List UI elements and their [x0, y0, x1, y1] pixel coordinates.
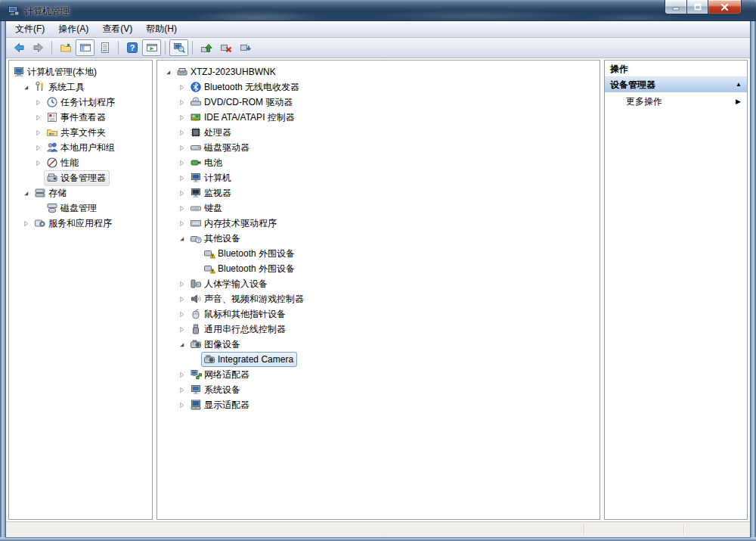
collapsed-arrow-icon[interactable]: [175, 172, 187, 184]
device-tree-item-17[interactable]: 通用串行总线控制器: [157, 322, 600, 337]
export-list-button[interactable]: [56, 39, 75, 56]
device-tree-item-18[interactable]: 图像设备: [157, 337, 600, 352]
collapsed-arrow-icon[interactable]: [175, 293, 187, 305]
show-console-tree-button[interactable]: [76, 39, 94, 56]
collapsed-arrow-icon[interactable]: [175, 202, 187, 214]
device-tree-item-20[interactable]: 网络适配器: [157, 367, 600, 382]
device-tree-item-8[interactable]: 监视器: [157, 185, 600, 201]
close-button[interactable]: [708, 0, 742, 14]
device-tree-item-1[interactable]: Bluetooth 无线电收发器: [157, 79, 600, 95]
device-tree-item-19[interactable]: Integrated Camera: [157, 352, 600, 367]
device-tree-item-10[interactable]: 内存技术驱动程序: [157, 216, 600, 231]
more-actions-item[interactable]: 更多操作 ▶: [605, 93, 747, 110]
tree-item-label: 声音、视频和游戏控制器: [204, 293, 304, 306]
properties-button[interactable]: [95, 39, 114, 56]
collapsed-arrow-icon[interactable]: [20, 217, 32, 229]
device-tree-item-2[interactable]: DVD/CD-ROM 驱动器: [157, 95, 600, 110]
menu-item-2[interactable]: 查看(V): [95, 20, 139, 38]
console-tree-item-0[interactable]: 计算机管理(本地): [9, 64, 152, 79]
collapsed-arrow-icon[interactable]: [175, 96, 187, 108]
device-tree-item-5[interactable]: 磁盘驱动器: [157, 140, 600, 155]
collapsed-arrow-icon[interactable]: [175, 187, 187, 199]
tree-item-label: Integrated Camera: [218, 354, 293, 365]
computer-management-icon: [13, 66, 25, 78]
help-button[interactable]: ?: [122, 39, 141, 56]
scan-computer-button[interactable]: [169, 39, 188, 56]
console-tree-item-2[interactable]: 任务计划程序: [9, 95, 152, 110]
device-tree-item-22[interactable]: 显示适配器: [157, 397, 600, 412]
device-tree-item-15[interactable]: 声音、视频和游戏控制器: [157, 291, 600, 306]
device-tree-item-6[interactable]: 电池: [157, 155, 600, 170]
device-tree-item-13[interactable]: Bluetooth 外围设备: [157, 261, 600, 276]
console-tree-item-5[interactable]: 本地用户和组: [9, 140, 152, 155]
collapsed-arrow-icon[interactable]: [175, 308, 187, 320]
expanded-arrow-icon[interactable]: [20, 81, 32, 93]
forward-button[interactable]: [29, 39, 48, 56]
collapsed-arrow-icon[interactable]: [175, 384, 187, 396]
expanded-arrow-icon[interactable]: [175, 232, 187, 244]
console-tree-item-8[interactable]: 存储: [9, 185, 152, 201]
minimize-button[interactable]: [665, 0, 686, 14]
console-tree-item-3[interactable]: 事件查看器: [9, 110, 152, 125]
console-tree-item-4[interactable]: 共享文件夹: [9, 125, 152, 140]
collapsed-arrow-icon[interactable]: [175, 399, 187, 411]
menu-item-0[interactable]: 文件(F): [8, 20, 51, 38]
window-border-left: [0, 21, 6, 541]
tree-item-box: 事件查看器: [44, 110, 110, 126]
collapsed-arrow-icon[interactable]: [32, 141, 44, 154]
console-tree-item-9[interactable]: 磁盘管理: [9, 201, 152, 216]
device-tree-item-16[interactable]: 鼠标和其他指针设备: [157, 306, 600, 322]
tree-item-label: 其他设备: [204, 232, 240, 245]
expanded-arrow-icon[interactable]: [20, 187, 32, 199]
collapsed-arrow-icon[interactable]: [32, 111, 44, 123]
collapsed-arrow-icon[interactable]: [32, 96, 44, 108]
computer-management-app-icon: [8, 5, 20, 17]
actions-section-device-manager[interactable]: 设备管理器 ▲: [605, 77, 747, 93]
tree-item-label: XTZJ-2023UHBWNK: [191, 67, 276, 77]
collapsed-arrow-icon[interactable]: [175, 81, 187, 93]
storage-icon: [34, 187, 46, 199]
menu-item-3[interactable]: 帮助(H): [139, 20, 184, 38]
menu-item-1[interactable]: 操作(A): [51, 20, 95, 38]
expanded-arrow-icon[interactable]: [162, 66, 174, 78]
console-tree-item-10[interactable]: 服务和应用程序: [9, 216, 152, 231]
console-tree-item-7[interactable]: 设备管理器: [9, 170, 152, 185]
device-tree-item-11[interactable]: ?其他设备: [157, 231, 600, 246]
tree-item-box: 监视器: [187, 185, 235, 201]
collapsed-arrow-icon[interactable]: [175, 323, 187, 335]
collapsed-arrow-icon[interactable]: [175, 157, 187, 169]
tree-item-label: 服务和应用程序: [48, 217, 112, 230]
device-tree-item-4[interactable]: 处理器: [157, 125, 600, 140]
show-action-pane-button[interactable]: [142, 39, 161, 56]
uninstall-device-button[interactable]: [216, 39, 235, 56]
back-button[interactable]: [9, 39, 28, 56]
forward-arrow-icon: [33, 42, 45, 54]
device-tree-item-3[interactable]: IDE ATA/ATAPI 控制器: [157, 110, 600, 125]
scan-hardware-button[interactable]: [236, 39, 255, 56]
collapsed-arrow-icon[interactable]: [175, 278, 187, 290]
collapsed-arrow-icon[interactable]: [175, 217, 187, 229]
console-tree-item-1[interactable]: 系统工具: [9, 79, 152, 95]
maximize-button[interactable]: [686, 0, 708, 14]
collapsed-arrow-icon[interactable]: [175, 368, 187, 381]
collapsed-arrow-icon[interactable]: [175, 141, 187, 154]
console-tree-item-6[interactable]: 性能: [9, 155, 152, 170]
system-tools-icon: [34, 81, 46, 93]
device-tree-item-7[interactable]: 计算机: [157, 170, 600, 185]
expanded-arrow-icon[interactable]: [175, 338, 187, 350]
tree-item-box: 人体学输入设备: [187, 276, 271, 292]
device-tree-item-0[interactable]: XTZJ-2023UHBWNK: [157, 64, 600, 79]
collapsed-arrow-icon[interactable]: [32, 126, 44, 138]
actions-pane: 操作 设备管理器 ▲ 更多操作 ▶: [604, 60, 748, 520]
device-tree-item-12[interactable]: Bluetooth 外围设备: [157, 246, 600, 261]
tree-indent: [32, 172, 44, 184]
collapsed-arrow-icon[interactable]: [175, 126, 187, 138]
tree-item-label: 共享文件夹: [60, 126, 106, 139]
device-tree-item-14[interactable]: 人体学输入设备: [157, 276, 600, 291]
device-tree-item-9[interactable]: 键盘: [157, 201, 600, 216]
update-driver-button[interactable]: [197, 39, 215, 56]
title-bar[interactable]: 计算机管理: [0, 0, 756, 21]
collapsed-arrow-icon[interactable]: [32, 157, 44, 169]
collapsed-arrow-icon[interactable]: [175, 111, 187, 123]
device-tree-item-21[interactable]: 系统设备: [157, 382, 600, 397]
